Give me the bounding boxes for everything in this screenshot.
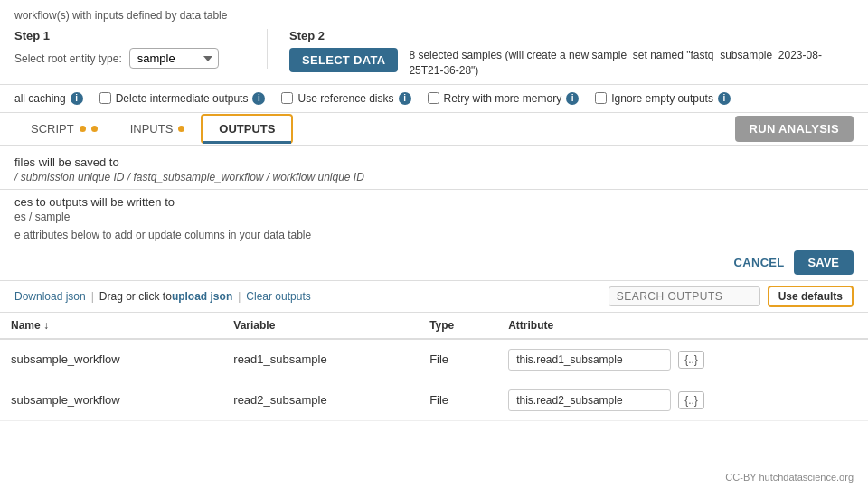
col-attribute: Attribute [497,313,868,339]
caching-info-icon[interactable]: i [71,92,83,105]
save-button[interactable]: SAVE [794,250,854,275]
attr-cell: {..} [508,389,857,411]
use-reference-disks-checkbox[interactable] [281,92,293,104]
workflow-header: workflow(s) with inputs defined by data … [14,9,854,22]
ignore-empty-checkbox[interactable] [595,92,607,104]
ignore-empty-option: Ignore empty outputs i [595,92,731,105]
attr-cell: {..} [508,349,857,371]
tab-script[interactable]: SCRIPT [14,113,114,145]
entity-row: Select root entity type: sample sample_s… [14,48,245,69]
tab-inputs-label: INPUTS [130,122,174,136]
drag-or-click-text: Drag or click to [99,290,172,303]
refs-written-to: ces to outputs will be written to [0,190,868,211]
retry-memory-label: Retry with more memory [444,92,562,105]
step2-info: 8 selected samples (will create a new sa… [409,48,825,79]
steps-row: Step 1 Select root entity type: sample s… [14,29,854,79]
retry-memory-option: Retry with more memory i [428,92,580,105]
row-type: File [419,380,497,420]
attr-input[interactable] [508,349,671,371]
script-dot-indicator [80,126,86,132]
tab-outputs-label: OUTPUTS [219,122,275,136]
inputs-dot-indicator [178,126,184,132]
top-section: workflow(s) with inputs defined by data … [0,0,868,85]
clear-outputs-link[interactable]: Clear outputs [246,290,310,303]
save-row: CANCEL SAVE [0,247,868,280]
entity-label: Select root entity type: [14,52,122,65]
table-actions: Download json | Drag or click to upload … [0,281,868,313]
search-outputs-input[interactable] [609,286,760,306]
use-reference-disks-label: Use reference disks [297,92,393,105]
table-row: subsample_workflow read2_subsample File … [0,380,868,420]
ignore-empty-label: Ignore empty outputs [611,92,713,105]
expand-attr-button[interactable]: {..} [678,351,704,369]
retry-memory-checkbox[interactable] [428,92,439,104]
run-analysis-button[interactable]: RUN ANALYSIS [735,116,854,142]
cancel-button[interactable]: CANCEL [734,256,785,269]
row-attribute: {..} [497,380,868,420]
attrs-desc: e attributes below to add or update colu… [0,229,868,247]
select-data-button[interactable]: SELECT DATA [289,48,398,72]
tab-outputs[interactable]: OUTPUTS [201,114,293,144]
attr-input[interactable] [508,389,671,411]
expand-attr-button[interactable]: {..} [678,391,704,409]
delete-intermediate-checkbox[interactable] [99,92,111,104]
tabs-row: SCRIPT INPUTS OUTPUTS RUN ANALYSIS [0,113,868,146]
options-row: all caching i Delete intermediate output… [0,85,868,113]
step1-label: Step 1 [14,29,245,42]
row-variable: read1_subsample [222,339,419,380]
download-json-link[interactable]: Download json [14,290,86,303]
files-saved-to: files will be saved to [14,155,854,169]
use-reference-disks-option: Use reference disks i [281,92,410,105]
entity-type-select[interactable]: sample sample_set participant pair [129,48,219,69]
step2: Step 2 SELECT DATA 8 selected samples (w… [268,29,825,79]
files-path: / submission unique ID / fastq_subsample… [14,171,854,183]
use-reference-disks-info-icon[interactable]: i [399,92,411,105]
step2-label: Step 2 [289,29,825,42]
delete-intermediate-label: Delete intermediate outputs [116,92,249,105]
caching-option: all caching i [14,92,83,105]
row-attribute: {..} [497,339,868,380]
delete-intermediate-option: Delete intermediate outputs i [99,92,266,105]
caching-label: all caching [14,92,66,105]
col-variable: Variable [222,313,419,339]
sep2: | [238,290,241,303]
refs-path: es / sample [0,211,868,229]
row-name: subsample_workflow [0,339,222,380]
delete-intermediate-info-icon[interactable]: i [252,92,265,105]
table-header-row: Name ↓ Variable Type Attribute [0,313,868,339]
use-defaults-button[interactable]: Use defaults [768,286,854,307]
script-dot-indicator2 [91,126,98,132]
outputs-info: files will be saved to / submission uniq… [0,146,868,189]
ignore-empty-info-icon[interactable]: i [718,92,731,105]
tab-inputs[interactable]: INPUTS [114,113,202,145]
footer-credit: CC-BY hutchdatascience.org [725,472,854,483]
sep1: | [91,290,94,303]
row-variable: read2_subsample [222,380,419,420]
row-type: File [419,339,497,380]
outputs-table: Name ↓ Variable Type Attribute subsample… [0,313,868,421]
row-name: subsample_workflow [0,380,222,420]
table-row: subsample_workflow read1_subsample File … [0,339,868,380]
retry-memory-info-icon[interactable]: i [566,92,579,105]
col-name[interactable]: Name ↓ [0,313,222,339]
step1: Step 1 Select root entity type: sample s… [14,29,268,69]
tab-script-label: SCRIPT [31,122,74,136]
upload-json-link[interactable]: upload json [172,290,232,303]
col-type: Type [419,313,497,339]
